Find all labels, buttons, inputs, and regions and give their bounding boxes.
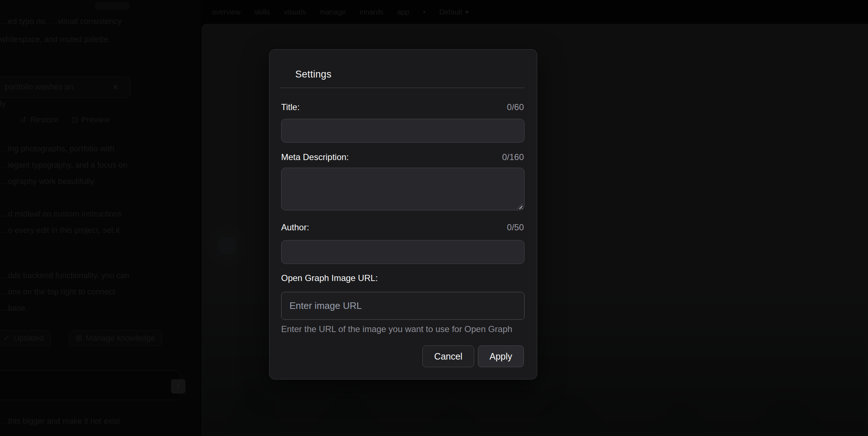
author-counter: 0/50: [507, 222, 524, 233]
meta-description-label: Meta Description:: [281, 152, 349, 163]
meta-description-textarea[interactable]: [281, 168, 525, 210]
cancel-button[interactable]: Cancel: [422, 345, 474, 367]
app-root: …ed typo no. …visual consistency whitesp…: [0, 0, 868, 436]
settings-dialog: Settings Title: 0/60 Meta Description: 0…: [269, 49, 537, 380]
og-image-url-input[interactable]: [281, 292, 525, 320]
title-counter: 0/60: [507, 102, 524, 113]
dialog-title: Settings: [295, 69, 331, 80]
author-label: Author:: [281, 222, 309, 233]
title-label: Title:: [281, 102, 300, 113]
meta-description-counter: 0/160: [502, 152, 524, 163]
og-image-url-helper: Enter the URL of the image you want to u…: [281, 324, 525, 334]
dialog-divider: [280, 88, 525, 88]
title-input[interactable]: [281, 119, 525, 143]
og-image-url-label: Open Graph Image URL:: [281, 273, 378, 284]
author-input[interactable]: [281, 240, 525, 264]
apply-button[interactable]: Apply: [478, 345, 524, 367]
